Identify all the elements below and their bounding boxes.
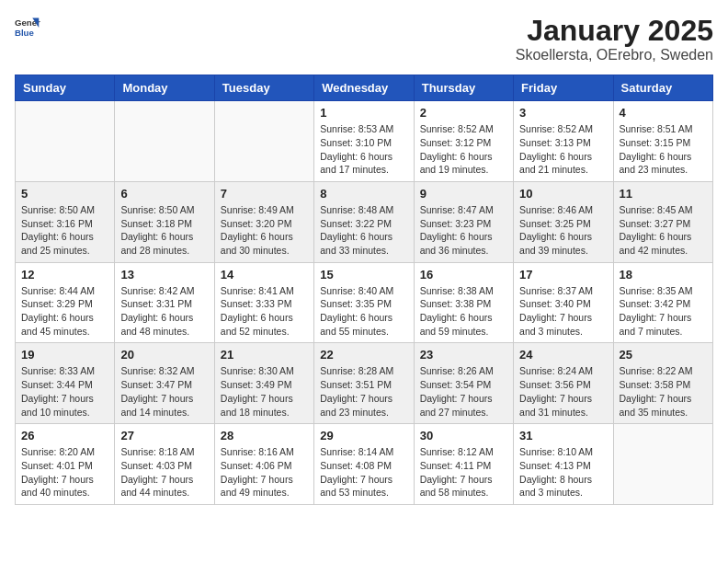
day-number: 4 <box>620 106 707 120</box>
calendar-cell: 29Sunrise: 8:14 AMSunset: 4:08 PMDayligh… <box>314 424 414 505</box>
day-info: Sunrise: 8:50 AMSunset: 3:16 PMDaylight:… <box>21 203 108 258</box>
calendar-cell: 8Sunrise: 8:48 AMSunset: 3:22 PMDaylight… <box>314 181 414 262</box>
calendar-cell: 25Sunrise: 8:22 AMSunset: 3:58 PMDayligh… <box>613 343 712 424</box>
header-thursday: Thursday <box>414 75 513 101</box>
calendar-cell: 7Sunrise: 8:49 AMSunset: 3:20 PMDaylight… <box>214 181 313 262</box>
day-info: Sunrise: 8:42 AMSunset: 3:31 PMDaylight:… <box>120 284 208 339</box>
day-number: 16 <box>420 268 507 282</box>
header-wednesday: Wednesday <box>314 75 414 101</box>
week-row-4: 19Sunrise: 8:33 AMSunset: 3:44 PMDayligh… <box>16 343 713 424</box>
logo-icon: General Blue <box>15 15 40 40</box>
day-number: 8 <box>320 187 407 201</box>
day-number: 22 <box>320 348 407 362</box>
calendar-cell: 15Sunrise: 8:40 AMSunset: 3:35 PMDayligh… <box>314 262 414 343</box>
calendar-cell: 10Sunrise: 8:46 AMSunset: 3:25 PMDayligh… <box>514 181 613 262</box>
calendar-cell: 6Sunrise: 8:50 AMSunset: 3:18 PMDaylight… <box>115 181 214 262</box>
page-header: General Blue January 2025 Skoellersta, O… <box>15 15 713 63</box>
week-row-3: 12Sunrise: 8:44 AMSunset: 3:29 PMDayligh… <box>16 262 713 343</box>
day-info: Sunrise: 8:28 AMSunset: 3:51 PMDaylight:… <box>320 364 407 419</box>
calendar-cell: 21Sunrise: 8:30 AMSunset: 3:49 PMDayligh… <box>214 343 313 424</box>
day-info: Sunrise: 8:51 AMSunset: 3:15 PMDaylight:… <box>620 122 707 177</box>
calendar-cell: 24Sunrise: 8:24 AMSunset: 3:56 PMDayligh… <box>514 343 613 424</box>
day-number: 12 <box>21 268 108 282</box>
day-number: 17 <box>519 268 607 282</box>
calendar-cell: 12Sunrise: 8:44 AMSunset: 3:29 PMDayligh… <box>16 262 115 343</box>
calendar-cell: 31Sunrise: 8:10 AMSunset: 4:13 PMDayligh… <box>514 424 613 505</box>
header-sunday: Sunday <box>16 75 115 101</box>
day-number: 1 <box>320 106 407 120</box>
day-info: Sunrise: 8:32 AMSunset: 3:47 PMDaylight:… <box>120 364 208 419</box>
day-info: Sunrise: 8:49 AMSunset: 3:20 PMDaylight:… <box>221 203 308 258</box>
calendar-cell: 4Sunrise: 8:51 AMSunset: 3:15 PMDaylight… <box>613 101 712 182</box>
day-info: Sunrise: 8:52 AMSunset: 3:12 PMDaylight:… <box>420 122 507 177</box>
calendar-cell: 20Sunrise: 8:32 AMSunset: 3:47 PMDayligh… <box>115 343 214 424</box>
day-number: 13 <box>120 268 208 282</box>
week-row-2: 5Sunrise: 8:50 AMSunset: 3:16 PMDaylight… <box>16 181 713 262</box>
day-info: Sunrise: 8:47 AMSunset: 3:23 PMDaylight:… <box>420 203 507 258</box>
day-number: 26 <box>21 429 108 442</box>
day-number: 24 <box>519 348 607 362</box>
calendar-title: January 2025 <box>516 15 713 47</box>
day-number: 11 <box>620 187 707 201</box>
day-number: 19 <box>21 348 108 362</box>
calendar-cell <box>115 101 214 182</box>
day-info: Sunrise: 8:24 AMSunset: 3:56 PMDaylight:… <box>519 364 607 419</box>
day-info: Sunrise: 8:10 AMSunset: 4:13 PMDaylight:… <box>519 445 607 500</box>
day-info: Sunrise: 8:38 AMSunset: 3:38 PMDaylight:… <box>420 284 507 339</box>
day-info: Sunrise: 8:14 AMSunset: 4:08 PMDaylight:… <box>320 445 407 500</box>
logo: General Blue <box>15 15 40 40</box>
day-number: 9 <box>420 187 507 201</box>
calendar-cell: 13Sunrise: 8:42 AMSunset: 3:31 PMDayligh… <box>115 262 214 343</box>
day-number: 18 <box>620 268 707 282</box>
day-info: Sunrise: 8:30 AMSunset: 3:49 PMDaylight:… <box>221 364 308 419</box>
calendar-cell: 18Sunrise: 8:35 AMSunset: 3:42 PMDayligh… <box>613 262 712 343</box>
day-info: Sunrise: 8:48 AMSunset: 3:22 PMDaylight:… <box>320 203 407 258</box>
day-info: Sunrise: 8:46 AMSunset: 3:25 PMDaylight:… <box>519 203 607 258</box>
day-info: Sunrise: 8:45 AMSunset: 3:27 PMDaylight:… <box>620 203 707 258</box>
calendar-cell: 19Sunrise: 8:33 AMSunset: 3:44 PMDayligh… <box>16 343 115 424</box>
calendar-cell: 5Sunrise: 8:50 AMSunset: 3:16 PMDaylight… <box>16 181 115 262</box>
calendar-cell: 30Sunrise: 8:12 AMSunset: 4:11 PMDayligh… <box>414 424 513 505</box>
calendar-cell: 22Sunrise: 8:28 AMSunset: 3:51 PMDayligh… <box>314 343 414 424</box>
calendar-cell: 16Sunrise: 8:38 AMSunset: 3:38 PMDayligh… <box>414 262 513 343</box>
day-info: Sunrise: 8:37 AMSunset: 3:40 PMDaylight:… <box>519 284 607 339</box>
day-info: Sunrise: 8:50 AMSunset: 3:18 PMDaylight:… <box>120 203 208 258</box>
day-number: 5 <box>21 187 108 201</box>
calendar-cell: 2Sunrise: 8:52 AMSunset: 3:12 PMDaylight… <box>414 101 513 182</box>
day-number: 31 <box>519 429 607 442</box>
calendar-cell: 26Sunrise: 8:20 AMSunset: 4:01 PMDayligh… <box>16 424 115 505</box>
day-info: Sunrise: 8:52 AMSunset: 3:13 PMDaylight:… <box>519 122 607 177</box>
day-info: Sunrise: 8:26 AMSunset: 3:54 PMDaylight:… <box>420 364 507 419</box>
day-number: 15 <box>320 268 407 282</box>
calendar-cell: 11Sunrise: 8:45 AMSunset: 3:27 PMDayligh… <box>613 181 712 262</box>
calendar-cell: 14Sunrise: 8:41 AMSunset: 3:33 PMDayligh… <box>214 262 313 343</box>
header-tuesday: Tuesday <box>214 75 313 101</box>
calendar-subtitle: Skoellersta, OErebro, Sweden <box>516 47 713 63</box>
day-info: Sunrise: 8:53 AMSunset: 3:10 PMDaylight:… <box>320 122 407 177</box>
calendar-cell: 27Sunrise: 8:18 AMSunset: 4:03 PMDayligh… <box>115 424 214 505</box>
day-info: Sunrise: 8:12 AMSunset: 4:11 PMDaylight:… <box>420 445 507 500</box>
day-number: 29 <box>320 429 407 442</box>
calendar-table: SundayMondayTuesdayWednesdayThursdayFrid… <box>15 75 713 505</box>
calendar-cell: 3Sunrise: 8:52 AMSunset: 3:13 PMDaylight… <box>514 101 613 182</box>
calendar-cell: 28Sunrise: 8:16 AMSunset: 4:06 PMDayligh… <box>214 424 313 505</box>
day-number: 27 <box>120 429 208 442</box>
week-row-1: 1Sunrise: 8:53 AMSunset: 3:10 PMDaylight… <box>16 101 713 182</box>
calendar-cell <box>16 101 115 182</box>
day-number: 6 <box>120 187 208 201</box>
day-number: 25 <box>620 348 707 362</box>
day-info: Sunrise: 8:33 AMSunset: 3:44 PMDaylight:… <box>21 364 108 419</box>
day-info: Sunrise: 8:41 AMSunset: 3:33 PMDaylight:… <box>221 284 308 339</box>
calendar-cell: 9Sunrise: 8:47 AMSunset: 3:23 PMDaylight… <box>414 181 513 262</box>
day-number: 14 <box>221 268 308 282</box>
day-number: 30 <box>420 429 507 442</box>
calendar-cell: 23Sunrise: 8:26 AMSunset: 3:54 PMDayligh… <box>414 343 513 424</box>
header-monday: Monday <box>115 75 214 101</box>
header-friday: Friday <box>514 75 613 101</box>
day-info: Sunrise: 8:35 AMSunset: 3:42 PMDaylight:… <box>620 284 707 339</box>
day-info: Sunrise: 8:22 AMSunset: 3:58 PMDaylight:… <box>620 364 707 419</box>
calendar-cell: 17Sunrise: 8:37 AMSunset: 3:40 PMDayligh… <box>514 262 613 343</box>
day-number: 23 <box>420 348 507 362</box>
day-info: Sunrise: 8:18 AMSunset: 4:03 PMDaylight:… <box>120 445 208 500</box>
header-saturday: Saturday <box>613 75 712 101</box>
